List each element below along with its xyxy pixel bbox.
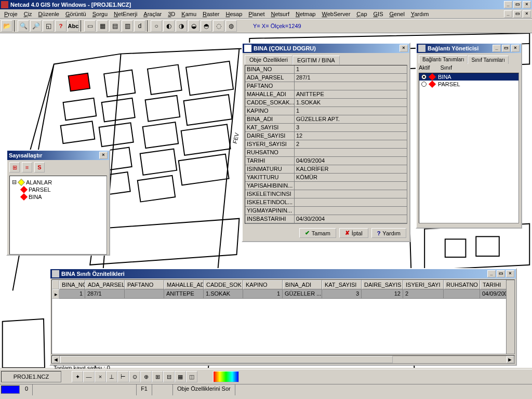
class-item-parsel[interactable]: PARSEL xyxy=(419,81,518,88)
tab-sinif-tanimlari[interactable]: Sınıf Tanımları xyxy=(468,56,508,64)
class-item-bina[interactable]: BINA xyxy=(419,73,518,81)
tool-btn[interactable]: ◍ xyxy=(225,20,237,32)
tree-btn[interactable]: ≡ xyxy=(22,162,32,172)
cell[interactable] xyxy=(444,289,480,299)
attr-row[interactable]: RUHSATNO xyxy=(245,149,407,157)
cell[interactable]: GÜZELLER ... xyxy=(283,289,322,299)
attr-row[interactable]: PAFTANO xyxy=(245,82,407,90)
radio-icon[interactable] xyxy=(421,82,427,87)
cell[interactable]: ANITTEPE xyxy=(164,289,204,299)
col-header[interactable]: PAFTANO xyxy=(125,280,164,289)
ok-button[interactable]: ✔Tamam xyxy=(299,228,336,238)
tree-item-parsel[interactable]: PARSEL xyxy=(21,186,104,193)
menu-araçlar[interactable]: Araçlar xyxy=(140,10,165,18)
conn-titlebar[interactable]: Bağlantı Yöneticisi _ ▭ × xyxy=(417,44,521,53)
maximize-icon[interactable]: ▭ xyxy=(502,45,510,52)
attr-row[interactable]: YAKITTURUKÖMÜR xyxy=(245,174,407,182)
col-header[interactable]: RUHSATNO xyxy=(444,280,480,289)
tool-btn[interactable]: ◱ xyxy=(43,20,54,32)
scrollbar-vertical[interactable] xyxy=(506,280,514,354)
close-icon[interactable]: × xyxy=(511,45,520,52)
close-icon[interactable]: × xyxy=(400,45,408,52)
tool-btn[interactable]: ◌ xyxy=(213,20,224,32)
tool-btn[interactable]: ▦ xyxy=(97,20,108,32)
child-minimize-button[interactable]: _ xyxy=(504,10,512,18)
attr-row[interactable]: ISKELETINCINSI xyxy=(245,190,407,198)
attr-row[interactable]: MAHALLE_ADIANITTEPE xyxy=(245,90,407,99)
minimize-icon[interactable]: _ xyxy=(493,45,501,52)
status-tool-btn[interactable]: ⊥ xyxy=(106,371,117,382)
status-tool-btn[interactable]: × xyxy=(95,371,106,382)
close-button[interactable]: × xyxy=(523,1,531,8)
tool-btn[interactable]: ○ xyxy=(151,20,162,32)
tool-btn[interactable]: ▥ xyxy=(122,20,133,32)
menu-yardım[interactable]: Yardım xyxy=(408,10,432,18)
menu-hesap[interactable]: Hesap xyxy=(222,10,245,18)
status-tool-btn[interactable]: ⊕ xyxy=(140,371,152,382)
attr-row[interactable]: KAPINO1 xyxy=(245,107,407,115)
scroll-thumb[interactable] xyxy=(60,356,393,363)
minimize-button[interactable]: _ xyxy=(504,1,512,8)
attr-row[interactable]: KAT_SAYISI3 xyxy=(245,124,407,132)
tool-btn[interactable]: 📂 xyxy=(1,20,12,32)
menu-webserver[interactable]: WebServer xyxy=(318,10,353,18)
close-icon[interactable]: × xyxy=(506,270,514,277)
attr-row[interactable]: INSBASTARIHI04/30/2004 xyxy=(245,215,407,223)
menu-planet[interactable]: Planet xyxy=(245,10,268,18)
scrollbar-horizontal[interactable]: ◄ ► xyxy=(51,355,515,364)
tree-item-bina[interactable]: BINA xyxy=(21,193,104,201)
digitize-titlebar[interactable]: Sayısallaştır × xyxy=(7,151,109,160)
cell[interactable]: 1 xyxy=(243,289,283,299)
cell[interactable]: 12 xyxy=(362,289,403,299)
status-tool-btn[interactable]: ⊙ xyxy=(129,371,140,382)
menu-çiz[interactable]: Çiz xyxy=(21,10,35,18)
attr-row[interactable]: ADA_PARSEL287/1 xyxy=(245,74,407,82)
menu-görüntü[interactable]: Görüntü xyxy=(62,10,89,18)
status-tool-btn[interactable]: ◫ xyxy=(186,371,197,382)
minimize-icon[interactable]: _ xyxy=(487,270,496,277)
status-tool-btn[interactable]: ⊢ xyxy=(117,371,129,382)
col-header[interactable]: BINA_NO xyxy=(59,280,85,289)
tool-btn[interactable]: Abc xyxy=(68,20,79,32)
class-list[interactable]: BINA PARSEL xyxy=(419,73,519,223)
attr-row[interactable]: BINA_ADIGÜZELLER APT. xyxy=(245,115,407,124)
tab-egitim-bina[interactable]: EGITIM / BINA xyxy=(292,56,340,64)
help-button[interactable]: ?Yardım xyxy=(371,228,406,238)
tool-btn[interactable]: ◓ xyxy=(201,20,212,32)
attr-row[interactable]: ISINMATURUKALORİFER xyxy=(245,165,407,174)
menu-çap[interactable]: Çap xyxy=(353,10,370,18)
close-icon[interactable]: × xyxy=(99,152,108,159)
scroll-right-button[interactable]: ► xyxy=(507,356,514,363)
menu-netmap[interactable]: Netmap xyxy=(292,10,319,18)
tool-btn[interactable]: 🔎 xyxy=(30,20,42,32)
col-header[interactable]: CADDE_SOK xyxy=(204,280,243,289)
cell[interactable]: 1 xyxy=(59,289,85,299)
child-close-button[interactable]: × xyxy=(523,10,531,18)
attr-titlebar[interactable]: BINA (ÇOKLU DOGRU) × xyxy=(243,44,409,53)
tool-btn[interactable]: ▭ xyxy=(84,20,96,32)
tree-btn[interactable]: ⊞ xyxy=(9,162,20,172)
menu-sorgu[interactable]: Sorgu xyxy=(89,10,111,18)
cell[interactable]: 1.SOKAK xyxy=(204,289,243,299)
cancel-button[interactable]: ✘İptal xyxy=(339,228,368,238)
status-tool-btn[interactable]: ▦ xyxy=(175,371,186,382)
col-header[interactable]: DAIRE_SAYIS xyxy=(362,280,403,289)
menu-gis[interactable]: GIS xyxy=(370,10,387,18)
cell[interactable]: 287/1 xyxy=(85,289,125,299)
cell[interactable]: 2 xyxy=(403,289,444,299)
attr-row[interactable]: ISKELETINDOL... xyxy=(245,198,407,207)
status-tool-btn[interactable]: ⊟ xyxy=(163,371,175,382)
tool-btn[interactable]: ? xyxy=(55,20,66,32)
menu-genel[interactable]: Genel xyxy=(386,10,407,18)
attribute-grid[interactable]: BINA_NO1ADA_PARSEL287/1PAFTANOMAHALLE_AD… xyxy=(245,65,407,224)
color-swatch[interactable] xyxy=(1,385,20,394)
col-header[interactable]: KAPINO xyxy=(243,280,283,289)
tab-obje-ozellikleri[interactable]: Obje Özellikleri xyxy=(245,55,292,64)
radio-icon[interactable] xyxy=(421,74,427,79)
status-tool-btn[interactable]: ✦ xyxy=(72,371,83,382)
col-header[interactable]: ADA_PARSEL xyxy=(85,280,125,289)
layer-tree[interactable]: ⊟ ALANLAR PARSEL BINA xyxy=(9,176,107,255)
menu-netenerji[interactable]: NetEnerji xyxy=(111,10,140,18)
child-maximize-button[interactable]: ▭ xyxy=(513,10,522,18)
tree-btn[interactable]: S xyxy=(34,162,45,172)
